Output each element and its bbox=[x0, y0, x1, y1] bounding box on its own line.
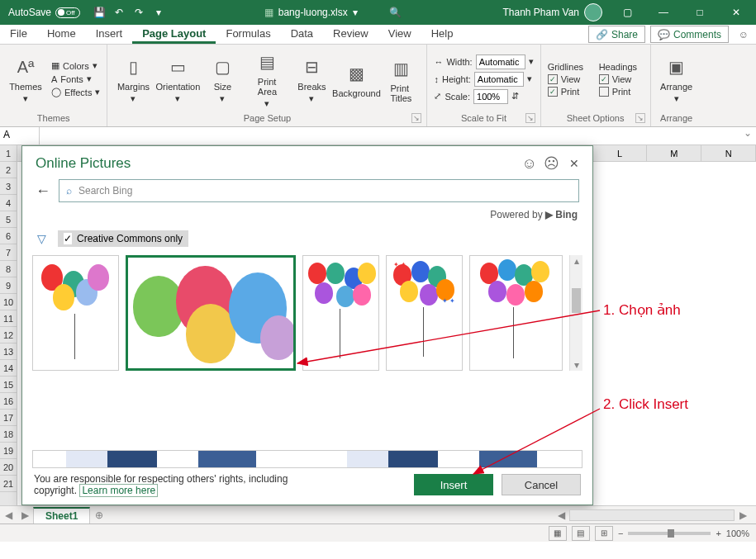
formula-bar-expand-icon[interactable]: ⌄ bbox=[739, 127, 756, 144]
row-18[interactable]: 18 bbox=[0, 426, 17, 443]
tab-insert[interactable]: Insert bbox=[86, 25, 133, 44]
qat-dropdown-icon[interactable]: ▾ bbox=[150, 3, 168, 21]
undo-icon[interactable]: ↶ bbox=[110, 3, 128, 21]
share-button[interactable]: 🔗 Share bbox=[588, 26, 645, 43]
sheet-options-launcher[interactable]: ↘ bbox=[635, 113, 645, 123]
feedback-sad-icon[interactable]: ☹ bbox=[544, 154, 559, 173]
themes-button[interactable]: AªThemes▾ bbox=[5, 54, 46, 104]
gridlines-view[interactable]: ✓View bbox=[546, 73, 594, 85]
row-14[interactable]: 14 bbox=[0, 360, 17, 377]
row-9[interactable]: 9 bbox=[0, 277, 17, 294]
row-1[interactable]: 1 bbox=[0, 145, 17, 162]
dialog-close-button[interactable]: ✕ bbox=[569, 157, 579, 170]
tab-nav-prev[interactable]: ◀ bbox=[0, 509, 17, 521]
name-box[interactable]: A bbox=[0, 127, 40, 144]
cancel-button[interactable]: Cancel bbox=[502, 474, 581, 495]
size-button[interactable]: ▢Size▾ bbox=[202, 54, 243, 104]
feedback-smiley-icon[interactable]: ☺ bbox=[731, 25, 756, 44]
zoom-in-button[interactable]: + bbox=[716, 528, 720, 538]
scale-control[interactable]: ⤢Scale: ⇵ bbox=[432, 88, 535, 105]
row-11[interactable]: 11 bbox=[0, 310, 17, 327]
maximize-button[interactable]: □ bbox=[683, 0, 716, 25]
thumbnail-3[interactable] bbox=[302, 255, 379, 371]
tab-help[interactable]: Help bbox=[421, 25, 464, 44]
row-21[interactable]: 21 bbox=[0, 476, 17, 492]
search-icon[interactable]: 🔍 bbox=[389, 7, 402, 18]
close-button[interactable]: ✕ bbox=[720, 0, 753, 25]
tab-file[interactable]: File bbox=[0, 25, 37, 44]
thumbnail-2-selected[interactable] bbox=[126, 255, 296, 371]
results-row-2[interactable] bbox=[32, 450, 582, 468]
search-input[interactable]: ⌕ Search Bing bbox=[59, 179, 579, 202]
tab-formulas[interactable]: Formulas bbox=[216, 25, 280, 44]
colors-button[interactable]: ▦Colors ▾ bbox=[50, 59, 102, 72]
row-3[interactable]: 3 bbox=[0, 178, 17, 195]
row-7[interactable]: 7 bbox=[0, 244, 17, 261]
col-n[interactable]: N bbox=[701, 145, 756, 161]
tab-nav-next[interactable]: ▶ bbox=[17, 509, 33, 521]
zoom-slider[interactable] bbox=[628, 532, 711, 535]
user-account[interactable]: Thanh Pham Van bbox=[497, 3, 607, 21]
height-input[interactable] bbox=[474, 72, 524, 87]
learn-more-link[interactable]: Learn more here bbox=[79, 484, 158, 497]
print-titles-button[interactable]: ▥Print Titles bbox=[380, 55, 421, 103]
thumbnail-1[interactable] bbox=[32, 255, 119, 371]
breaks-button[interactable]: ⊟Breaks▾ bbox=[291, 54, 332, 104]
view-normal-icon[interactable]: ▦ bbox=[549, 526, 567, 541]
headings-print[interactable]: Print bbox=[597, 86, 645, 97]
orientation-button[interactable]: ▭Orientation▾ bbox=[157, 54, 198, 104]
row-19[interactable]: 19 bbox=[0, 443, 17, 459]
thumbnail-4[interactable]: ✦ ✦ ✦ ✦ bbox=[386, 255, 463, 371]
height-control[interactable]: ↕Height: ▾ bbox=[432, 71, 535, 88]
comments-button[interactable]: 💬 Comments bbox=[650, 26, 729, 43]
headings-view[interactable]: ✓View bbox=[597, 73, 645, 85]
tab-page-layout[interactable]: Page Layout bbox=[132, 25, 216, 44]
row-15[interactable]: 15 bbox=[0, 377, 17, 393]
ribbon-options-button[interactable]: ▢ bbox=[611, 0, 644, 25]
scale-input[interactable] bbox=[473, 89, 508, 104]
hscroll-right[interactable]: ▶ bbox=[735, 509, 751, 521]
zoom-level[interactable]: 100% bbox=[726, 528, 749, 538]
redo-icon[interactable]: ↷ bbox=[130, 3, 148, 21]
col-l[interactable]: L bbox=[593, 145, 648, 161]
save-icon[interactable]: 💾 bbox=[90, 3, 108, 21]
view-page-layout-icon[interactable]: ▤ bbox=[572, 526, 590, 541]
row-12[interactable]: 12 bbox=[0, 327, 17, 343]
arrange-button[interactable]: ▣Arrange▾ bbox=[656, 54, 697, 104]
view-page-break-icon[interactable]: ⊞ bbox=[595, 526, 613, 541]
row-2[interactable]: 2 bbox=[0, 162, 17, 178]
row-20[interactable]: 20 bbox=[0, 459, 17, 476]
tab-view[interactable]: View bbox=[378, 25, 421, 44]
width-control[interactable]: ↔Width: ▾ bbox=[432, 54, 535, 70]
row-4[interactable]: 4 bbox=[0, 195, 17, 211]
row-6[interactable]: 6 bbox=[0, 228, 17, 244]
feedback-happy-icon[interactable]: ☺ bbox=[522, 155, 537, 173]
gridlines-print[interactable]: ✓Print bbox=[546, 86, 594, 97]
print-area-button[interactable]: ▤Print Area▾ bbox=[246, 49, 288, 109]
col-m[interactable]: M bbox=[647, 145, 701, 161]
results-scrollbar[interactable]: ▴ ▾ bbox=[569, 255, 582, 371]
page-setup-launcher[interactable]: ↘ bbox=[411, 113, 421, 123]
tab-review[interactable]: Review bbox=[323, 25, 378, 44]
row-5[interactable]: 5 bbox=[0, 211, 17, 228]
filename-dropdown-icon[interactable]: ▾ bbox=[353, 7, 358, 18]
fonts-button[interactable]: AFonts ▾ bbox=[50, 73, 102, 85]
row-10[interactable]: 10 bbox=[0, 294, 17, 310]
margins-button[interactable]: ▯Margins▾ bbox=[112, 54, 154, 104]
row-16[interactable]: 16 bbox=[0, 393, 17, 410]
row-17[interactable]: 17 bbox=[0, 410, 17, 426]
width-input[interactable] bbox=[476, 54, 525, 69]
hscroll-left[interactable]: ◀ bbox=[553, 509, 569, 521]
scale-launcher[interactable]: ↘ bbox=[525, 113, 535, 123]
autosave-toggle[interactable]: AutoSave Off bbox=[3, 7, 85, 18]
effects-button[interactable]: ◯Effects ▾ bbox=[50, 86, 102, 98]
insert-button[interactable]: Insert bbox=[414, 474, 493, 495]
row-8[interactable]: 8 bbox=[0, 261, 17, 277]
formula-bar[interactable] bbox=[40, 127, 739, 144]
tab-data[interactable]: Data bbox=[281, 25, 323, 44]
thumbnail-5[interactable] bbox=[469, 255, 563, 371]
row-13[interactable]: 13 bbox=[0, 343, 17, 360]
back-button[interactable]: ← bbox=[36, 182, 50, 200]
new-sheet-button[interactable]: ⊕ bbox=[90, 509, 108, 521]
filter-icon[interactable]: ▽ bbox=[37, 232, 46, 245]
